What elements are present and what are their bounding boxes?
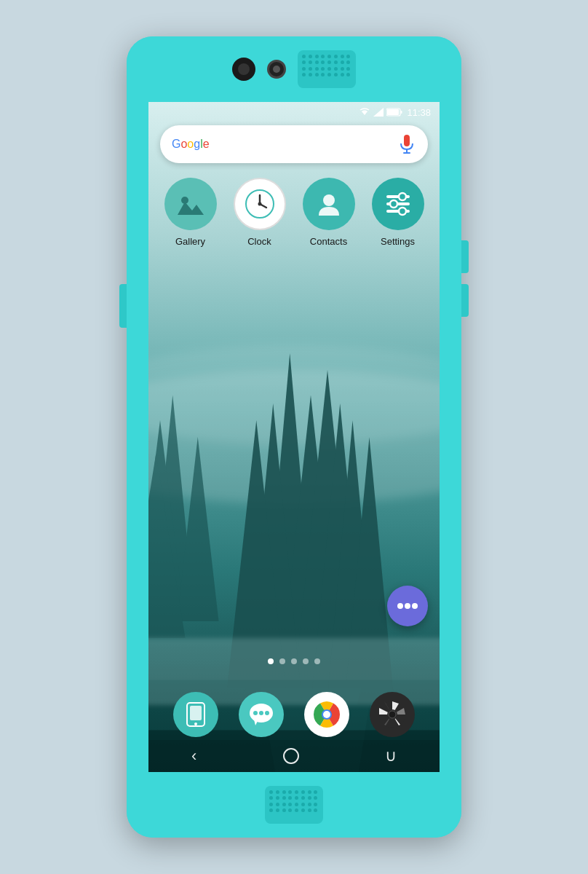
- home-screen[interactable]: 11:38 Google: [148, 102, 440, 772]
- svg-point-48: [194, 723, 197, 725]
- svg-rect-47: [190, 706, 202, 720]
- svg-marker-30: [178, 202, 204, 215]
- page-dot-2[interactable]: [279, 658, 285, 664]
- settings-icon[interactable]: [372, 178, 424, 230]
- volume-button[interactable]: [119, 284, 127, 328]
- chrome-icon[interactable]: [304, 692, 349, 737]
- phone-app-icon[interactable]: [173, 692, 218, 737]
- status-time: 11:38: [407, 107, 431, 118]
- contacts-label: Contacts: [310, 236, 347, 247]
- svg-point-36: [323, 194, 335, 206]
- svg-point-53: [265, 711, 269, 715]
- more-options-icon: [397, 602, 418, 610]
- app-icons-row: Gallery Clock: [148, 178, 440, 247]
- camera-app-icon[interactable]: [370, 692, 415, 737]
- settings-label: Settings: [381, 236, 415, 247]
- phone-shell: 11:38 Google: [127, 36, 461, 838]
- recents-button[interactable]: ∪: [385, 747, 397, 765]
- wifi-icon: [359, 108, 370, 117]
- clock-label: Clock: [247, 236, 271, 247]
- contacts-app-item[interactable]: Contacts: [303, 178, 355, 247]
- mic-icon[interactable]: [397, 135, 416, 154]
- svg-point-41: [390, 200, 397, 208]
- nav-bar: ‹ ∪: [148, 740, 440, 772]
- page-dot-1[interactable]: [268, 658, 274, 664]
- gallery-label: Gallery: [175, 236, 205, 247]
- svg-point-51: [253, 711, 258, 715]
- front-camera-right: [267, 60, 286, 79]
- phone-bottom-bar: [127, 772, 461, 838]
- svg-rect-28: [406, 149, 408, 152]
- top-speaker: [298, 50, 356, 88]
- search-bar[interactable]: Google: [160, 125, 428, 163]
- fab-button[interactable]: [387, 586, 428, 626]
- messages-icon[interactable]: [239, 692, 284, 737]
- screen-bezel: 11:38 Google: [148, 102, 440, 772]
- power-button[interactable]: [461, 240, 469, 273]
- google-logo: Google: [172, 138, 210, 151]
- svg-marker-23: [373, 108, 384, 117]
- svg-rect-27: [404, 135, 410, 146]
- dock-row: [148, 692, 440, 737]
- svg-point-61: [389, 711, 396, 718]
- gallery-icon[interactable]: [164, 178, 217, 230]
- signal-icon: [373, 108, 384, 117]
- svg-point-58: [323, 711, 330, 718]
- gallery-app-item[interactable]: Gallery: [164, 178, 217, 247]
- battery-icon: [386, 108, 402, 117]
- bottom-speaker: [265, 786, 323, 824]
- clock-app-item[interactable]: Clock: [234, 178, 286, 247]
- back-button[interactable]: ‹: [191, 747, 196, 765]
- page-dot-4[interactable]: [303, 658, 309, 664]
- phone-top-bar: [127, 36, 461, 102]
- front-camera-left: [232, 58, 255, 81]
- page-dot-3[interactable]: [291, 658, 297, 664]
- side-button-mid[interactable]: [461, 284, 469, 317]
- svg-rect-26: [387, 109, 399, 115]
- contacts-icon[interactable]: [303, 178, 355, 230]
- svg-point-40: [399, 193, 406, 200]
- clock-icon[interactable]: [234, 178, 286, 230]
- svg-point-45: [412, 603, 418, 609]
- home-button[interactable]: [283, 748, 299, 764]
- svg-point-52: [259, 711, 263, 715]
- svg-point-35: [258, 202, 261, 206]
- svg-point-43: [397, 603, 403, 609]
- settings-app-item[interactable]: Settings: [372, 178, 424, 247]
- svg-rect-29: [403, 152, 410, 154]
- svg-point-44: [405, 603, 410, 609]
- svg-point-31: [181, 197, 188, 204]
- svg-marker-50: [254, 720, 258, 725]
- page-dots: [148, 658, 440, 664]
- status-bar: 11:38: [148, 102, 440, 122]
- page-dot-5[interactable]: [314, 658, 320, 664]
- svg-point-42: [399, 208, 406, 215]
- svg-rect-25: [401, 111, 402, 114]
